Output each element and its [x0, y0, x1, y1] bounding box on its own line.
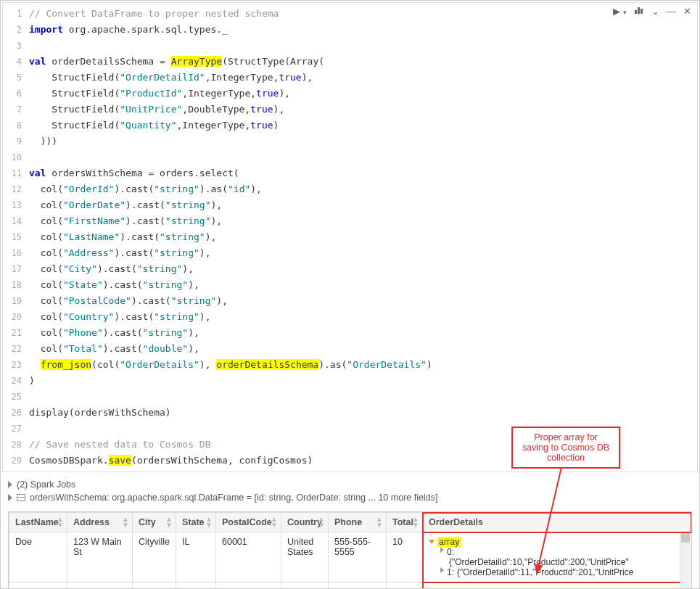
spark-jobs-label: (2) Spark Jobs	[17, 479, 75, 490]
svg-rect-2	[641, 9, 643, 14]
column-header[interactable]: State▲▼	[176, 513, 216, 532]
close-icon[interactable]: ✕	[682, 6, 693, 17]
cell-phone: 555-555-5551	[329, 582, 387, 590]
code-line[interactable]: col("OrderId").cast("string").as("id"),	[29, 181, 697, 197]
code-line[interactable]: col("Address").cast("string"),	[29, 245, 697, 261]
array-index: 0:	[447, 547, 454, 557]
cell-phone: 555-555-5555	[329, 532, 387, 582]
chevron-right-icon[interactable]	[440, 567, 444, 573]
column-header[interactable]: City▲▼	[133, 513, 176, 532]
chart-icon[interactable]	[633, 6, 646, 17]
cell-country: United States	[281, 582, 329, 590]
code-line[interactable]: col("OrderDate").cast("string"),	[29, 197, 697, 213]
column-header[interactable]: Country▲▼	[281, 513, 329, 532]
code-line[interactable]: col("PostalCode").cast("string"),	[29, 293, 697, 309]
code-line[interactable]: )	[29, 373, 697, 389]
code-line[interactable]: )))	[29, 133, 697, 149]
cell-state: IL	[176, 582, 216, 590]
result-table: LastName▲▼Address▲▼City▲▼State▲▼PostalCo…	[8, 511, 692, 589]
code-line[interactable]: col("City").cast("string"),	[29, 261, 697, 277]
table-icon	[17, 494, 25, 501]
code-line[interactable]: col("LastName").cast("string"),	[29, 229, 697, 245]
run-icon[interactable]: ▶ ▾	[612, 6, 628, 17]
sort-icon[interactable]: ▲▼	[271, 516, 278, 528]
cell-outputs: (2) Spark Jobs ordersWithSchema: org.apa…	[1, 474, 699, 508]
cell-toolbar: ▶ ▾ ⌄ — ✕	[612, 6, 693, 17]
chevron-right-icon[interactable]	[440, 547, 444, 553]
schema-text: ordersWithSchema: org.apache.spark.sql.D…	[30, 493, 437, 503]
column-header[interactable]: LastName▲▼	[9, 513, 67, 532]
code-line[interactable]: StructField("ProductId",IntegerType,true…	[29, 86, 697, 102]
table-header-row: LastName▲▼Address▲▼City▲▼State▲▼PostalCo…	[9, 513, 691, 532]
code-line[interactable]: val orderDetailsSchema = ArrayType(Struc…	[29, 54, 697, 70]
code-line[interactable]: val ordersWithSchema = orders.select(	[29, 165, 697, 181]
column-header[interactable]: Address▲▼	[67, 513, 133, 532]
cell-lastname: Doe	[9, 582, 67, 590]
annotation-callout: Proper array for saving to Cosmos DB col…	[511, 427, 620, 469]
svg-rect-0	[635, 10, 637, 14]
chevron-right-icon	[8, 494, 12, 501]
code-line[interactable]: import org.apache.spark.sql.types._	[29, 22, 697, 38]
cell-total: 100	[387, 582, 423, 590]
array-label: array	[437, 537, 461, 547]
cell-orderdetails[interactable]: [{"OrderDetailId":12,"ProductId":200,"Un…	[423, 582, 691, 590]
table-row: Doe456 W Main StCityvilleIL60001United S…	[9, 582, 691, 590]
sort-icon[interactable]: ▲▼	[165, 516, 173, 528]
cell-address: 456 W Main St	[67, 582, 133, 590]
table-row: Doe123 W Main StCityvilleIL60001United S…	[9, 532, 691, 582]
code-editor[interactable]: 1234567891011121314151617181920212223242…	[3, 3, 697, 471]
code-line[interactable]: StructField("UnitPrice",DoubleType,true)…	[29, 102, 697, 118]
column-header[interactable]: Total▲▼	[387, 513, 423, 532]
code-line[interactable]	[29, 389, 697, 405]
column-header[interactable]: PostalCode▲▼	[216, 513, 281, 532]
code-line[interactable]: StructField("OrderDetailId",IntegerType,…	[29, 70, 697, 86]
code-line[interactable]: from_json(col("OrderDetails"), orderDeta…	[29, 357, 697, 373]
cell-lastname: Doe	[9, 532, 67, 582]
cell-city: Cityville	[133, 582, 176, 590]
code-line[interactable]	[29, 149, 697, 165]
code-line[interactable]	[29, 38, 697, 54]
cell-postalcode: 60001	[216, 532, 281, 582]
code-line[interactable]: // Convert DataFrame to proper nested sc…	[29, 6, 697, 22]
chevron-right-icon	[8, 481, 12, 488]
sort-icon[interactable]: ▲▼	[376, 516, 383, 528]
code-line[interactable]: col("Total").cast("double"),	[29, 341, 697, 357]
cell-address: 123 W Main St	[67, 532, 133, 582]
sort-icon[interactable]: ▲▼	[57, 516, 64, 528]
code-line[interactable]: col("State").cast("string"),	[29, 277, 697, 293]
array-index: 1:	[447, 567, 454, 577]
column-header[interactable]: Phone▲▼	[329, 513, 387, 532]
json-preview: {"OrderDetailId":10,"ProductId":200,"Uni…	[429, 557, 685, 567]
callout-text: Proper array for saving to Cosmos DB col…	[522, 432, 609, 463]
cell-postalcode: 60001	[216, 582, 281, 590]
expand-icon[interactable]: ⌄	[650, 6, 661, 17]
sort-icon[interactable]: ▲▼	[122, 516, 129, 528]
cell-state: IL	[176, 532, 216, 582]
notebook-cell: ▶ ▾ ⌄ — ✕ 123456789101112131415161718192…	[2, 2, 698, 472]
minimize-icon[interactable]: —	[665, 6, 678, 17]
sort-icon[interactable]: ▲▼	[412, 516, 419, 528]
column-header[interactable]: OrderDetails	[423, 513, 691, 532]
sort-icon[interactable]: ▲▼	[318, 516, 325, 528]
spark-jobs-row[interactable]: (2) Spark Jobs	[8, 478, 692, 491]
sort-icon[interactable]: ▲▼	[205, 516, 213, 528]
code-line[interactable]: col("Country").cast("string"),	[29, 309, 697, 325]
svg-rect-1	[638, 7, 640, 14]
schema-row[interactable]: ordersWithSchema: org.apache.spark.sql.D…	[8, 491, 692, 504]
chevron-down-icon[interactable]	[429, 540, 435, 544]
json-preview: {"OrderDetailId":11,"ProductId":201,"Uni…	[457, 567, 633, 577]
code-line[interactable]: col("Phone").cast("string"),	[29, 325, 697, 341]
cell-orderdetails[interactable]: array0:{"OrderDetailId":10,"ProductId":2…	[423, 532, 691, 582]
code-line[interactable]: col("FirstName").cast("string"),	[29, 213, 697, 229]
code-line[interactable]: display(ordersWithSchema)	[29, 405, 697, 421]
code-line[interactable]: StructField("Quantity",IntegerType,true)	[29, 118, 697, 133]
cell-total: 10	[387, 532, 423, 582]
cell-country: United States	[281, 532, 329, 582]
cell-city: Cityville	[133, 532, 176, 582]
